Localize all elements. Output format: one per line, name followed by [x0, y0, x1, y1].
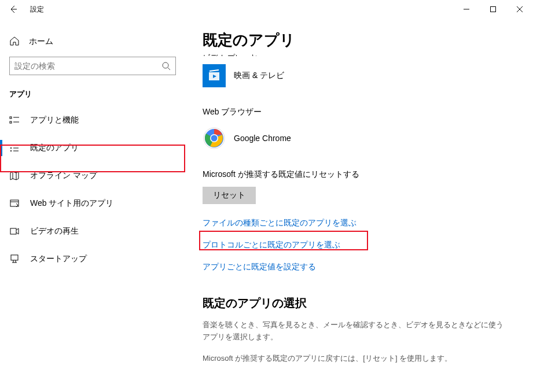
sidebar-item-video-playback[interactable]: ビデオの再生	[0, 217, 185, 245]
svg-point-6	[10, 150, 12, 151]
sidebar-item-label: 既定のアプリ	[30, 143, 79, 153]
svg-rect-7	[10, 200, 19, 206]
minimize-icon	[464, 6, 469, 12]
back-button[interactable]	[0, 0, 27, 19]
choose-defaults-description: 音楽を聴くとき、写真を見るとき、メールを確認するとき、ビデオを見るときなどに使う…	[203, 319, 503, 343]
close-icon	[517, 6, 523, 12]
web-browser-section-label: Web ブラウザー	[203, 107, 516, 117]
website-icon	[9, 198, 20, 209]
window-title: 設定	[30, 5, 44, 14]
minimize-button[interactable]	[453, 0, 480, 19]
sidebar-item-label: Web サイト用のアプリ	[30, 198, 113, 209]
home-label: ホーム	[29, 36, 53, 47]
video-player-section-label: ビデオ プレーヤー	[203, 53, 516, 56]
list-icon	[9, 115, 20, 125]
video-icon	[9, 226, 20, 236]
startup-icon	[9, 254, 20, 264]
web-browser-app-row[interactable]: Google Chrome	[203, 124, 516, 152]
reset-description: Microsoft が推奨する既定値にリセットする	[203, 169, 516, 180]
sidebar-item-offline-maps[interactable]: オフライン マップ	[0, 162, 185, 190]
sidebar-item-default-apps[interactable]: 既定のアプリ	[0, 134, 185, 162]
sidebar-item-label: スタートアップ	[30, 254, 87, 264]
choose-defaults-title: 既定のアプリの選択	[203, 295, 516, 311]
video-player-app-label: 映画 & テレビ	[234, 71, 284, 81]
main-content: 既定のアプリ ビデオ プレーヤー 映画 & テレビ Web ブラウザー	[185, 19, 533, 392]
web-browser-app-label: Google Chrome	[234, 134, 291, 143]
sidebar-section-label: アプリ	[0, 84, 185, 106]
link-app-defaults[interactable]: アプリごとに既定値を設定する	[203, 262, 516, 272]
chrome-tile	[203, 127, 226, 150]
svg-point-4	[10, 145, 12, 146]
close-button[interactable]	[506, 0, 533, 19]
svg-rect-8	[10, 228, 16, 234]
movies-tv-icon	[207, 69, 221, 83]
svg-point-14	[211, 135, 218, 142]
movies-tv-tile	[203, 64, 226, 87]
video-player-app-row[interactable]: 映画 & テレビ	[203, 62, 516, 90]
svg-rect-2	[10, 117, 12, 119]
svg-point-1	[163, 62, 168, 68]
sidebar-item-apps-features[interactable]: アプリと機能	[0, 106, 185, 134]
sidebar-item-startup[interactable]: スタートアップ	[0, 245, 185, 273]
search-icon	[161, 61, 171, 71]
maximize-icon	[490, 6, 496, 12]
window-controls	[453, 0, 533, 19]
page-title: 既定のアプリ	[203, 30, 516, 50]
choose-defaults-description2: Microsoft が推奨する既定のアプリに戻すには、[リセット] を使用します…	[203, 353, 503, 365]
sidebar-item-label: アプリと機能	[30, 115, 79, 125]
search-input[interactable]	[9, 57, 176, 75]
sidebar-item-apps-for-websites[interactable]: Web サイト用のアプリ	[0, 190, 185, 217]
sidebar-item-label: オフライン マップ	[30, 171, 97, 181]
search-field[interactable]	[14, 61, 161, 71]
home-icon	[9, 36, 20, 48]
sidebar-item-label: ビデオの再生	[30, 226, 79, 236]
home-link[interactable]: ホーム	[0, 30, 185, 53]
defaults-icon	[9, 143, 20, 153]
map-icon	[9, 171, 20, 181]
reset-button[interactable]: リセット	[203, 187, 256, 204]
maximize-button[interactable]	[480, 0, 506, 19]
svg-rect-0	[491, 7, 496, 12]
arrow-left-icon	[9, 5, 18, 14]
svg-rect-9	[11, 255, 18, 260]
svg-point-5	[10, 147, 12, 149]
link-file-type-defaults[interactable]: ファイルの種類ごとに既定のアプリを選ぶ	[203, 218, 516, 228]
sidebar: ホーム アプリ アプリと機能 既定のアプリ	[0, 19, 185, 392]
titlebar: 設定	[0, 0, 533, 19]
svg-rect-3	[10, 121, 12, 123]
link-protocol-defaults[interactable]: プロトコルごとに既定のアプリを選ぶ	[203, 240, 516, 250]
chrome-icon	[203, 127, 226, 150]
